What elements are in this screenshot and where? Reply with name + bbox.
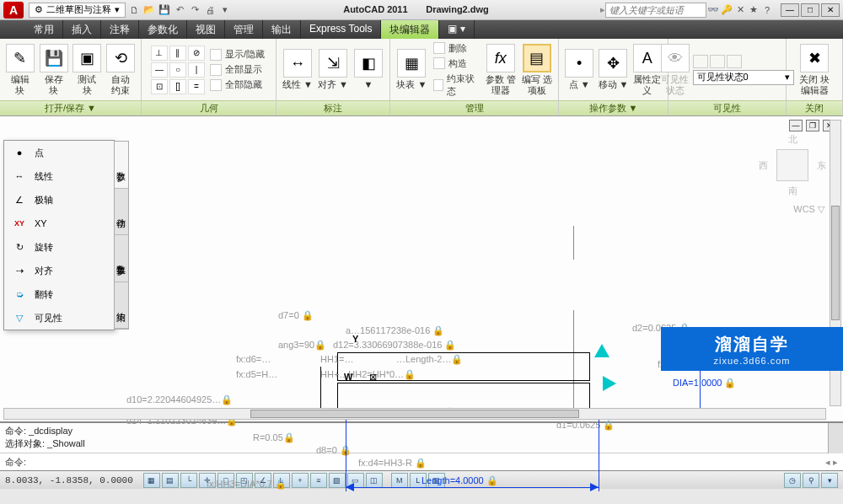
redo-icon[interactable]: ↷ bbox=[188, 3, 201, 17]
constraint-status-button[interactable]: 约束状态 bbox=[432, 72, 481, 99]
tab-expand-icon[interactable]: ▣ ▾ bbox=[439, 20, 474, 39]
model-toggle[interactable]: M bbox=[391, 473, 408, 488]
visibility-state-button[interactable]: 👁可见性 状态 bbox=[661, 44, 690, 94]
tray-icon[interactable]: ◷ bbox=[784, 473, 801, 488]
dyn-toggle[interactable]: + bbox=[292, 473, 309, 488]
help-icon[interactable]: ? bbox=[760, 3, 774, 17]
save-icon[interactable]: 💾 bbox=[158, 3, 171, 17]
viewcube-south[interactable]: 南 bbox=[759, 185, 826, 197]
tab-parametric[interactable]: 参数化 bbox=[139, 20, 187, 39]
tab-home[interactable]: 常用 bbox=[25, 20, 63, 39]
constraint-icon[interactable]: ○ bbox=[169, 62, 186, 78]
param-manager-button[interactable]: fx参数 管理器 bbox=[484, 44, 517, 94]
constraint-icon[interactable]: ⊘ bbox=[188, 46, 205, 61]
panel-title[interactable]: 操作参数 ▼ bbox=[559, 100, 668, 115]
tray-icon[interactable]: ▾ bbox=[821, 473, 838, 488]
constraint-icon[interactable]: ∥ bbox=[169, 46, 186, 61]
palette-item-polar[interactable]: ∠极轴 bbox=[4, 188, 114, 212]
command-scroll[interactable] bbox=[828, 423, 843, 453]
key-icon[interactable]: 🔑 bbox=[720, 3, 733, 17]
view-cube[interactable]: 北 西 东 南 WCS ▽ bbox=[759, 133, 826, 215]
point-button[interactable]: •点 ▼ bbox=[564, 49, 594, 89]
command-input[interactable] bbox=[30, 456, 825, 468]
tab-view[interactable]: 视图 bbox=[187, 20, 225, 39]
lwt-toggle[interactable]: ≡ bbox=[310, 473, 327, 488]
search-input[interactable] bbox=[605, 3, 706, 18]
tab-annotate[interactable]: 注释 bbox=[101, 20, 139, 39]
new-icon[interactable]: 🗋 bbox=[127, 3, 141, 17]
edit-block-button[interactable]: ✎编辑 块 bbox=[5, 44, 35, 94]
side-tab-paramsets[interactable]: 参数集 bbox=[115, 235, 128, 282]
palette-item-align[interactable]: ⇢对齐 bbox=[4, 259, 114, 282]
align-dim-button[interactable]: ⇲对齐 ▼ bbox=[317, 49, 349, 89]
sc-toggle[interactable]: ◫ bbox=[366, 473, 383, 488]
panel-title[interactable]: 打开/保存 ▼ bbox=[0, 100, 141, 115]
attribute-def-button[interactable]: A属性定义 bbox=[632, 44, 663, 94]
transparency-toggle[interactable]: ▨ bbox=[329, 473, 346, 488]
constraint-icon[interactable]: ⊥ bbox=[151, 46, 168, 61]
palette-item-xy[interactable]: XYXY bbox=[4, 212, 114, 235]
block-table-button[interactable]: ▦块表 ▼ bbox=[395, 49, 428, 89]
doc-minimize-button[interactable]: — bbox=[789, 120, 803, 131]
hide-all-button[interactable]: 全部隐藏 bbox=[208, 78, 266, 92]
move-button[interactable]: ✥移动 ▼ bbox=[598, 49, 628, 89]
doc-restore-button[interactable]: ❐ bbox=[806, 120, 819, 131]
side-tab-parameters[interactable]: 参数 bbox=[115, 142, 128, 189]
vis-mode-icon[interactable] bbox=[710, 55, 725, 68]
palette-item-flip[interactable]: ➭翻转 bbox=[4, 282, 114, 306]
horizontal-scrollbar[interactable] bbox=[3, 408, 826, 420]
viewcube-east[interactable]: 东 bbox=[817, 159, 826, 172]
visibility-dropdown[interactable]: 可见性状态0▾ bbox=[693, 70, 794, 85]
viewcube-north[interactable]: 北 bbox=[759, 133, 826, 146]
constraint-icon[interactable]: [] bbox=[169, 79, 186, 94]
auto-constrain-button[interactable]: ⟲自动 约束 bbox=[105, 44, 136, 94]
workspace-dropdown[interactable]: ⚙ 二维草图与注释 ▾ bbox=[29, 3, 126, 18]
constraint-icon[interactable]: — bbox=[151, 62, 168, 78]
tray-icon[interactable]: ⚲ bbox=[803, 473, 819, 488]
command-arrow-icon[interactable]: ◂ ▸ bbox=[825, 457, 838, 468]
linear-dim-button[interactable]: ↔线性 ▼ bbox=[282, 49, 314, 89]
side-tab-actions[interactable]: 动作 bbox=[115, 189, 128, 236]
close-block-editor-button[interactable]: ✖关闭 块编辑器 bbox=[796, 44, 833, 94]
tab-block-editor[interactable]: 块编辑器 bbox=[381, 20, 439, 39]
tab-output[interactable]: 输出 bbox=[263, 20, 301, 39]
convert-button[interactable]: ◧▼ bbox=[352, 49, 384, 89]
vis-mode-icon[interactable] bbox=[693, 55, 708, 68]
palette-item-point[interactable]: ●点 bbox=[4, 141, 114, 164]
tab-insert[interactable]: 插入 bbox=[63, 20, 101, 39]
tab-express[interactable]: Express Tools bbox=[301, 20, 381, 39]
snap-toggle[interactable]: ▦ bbox=[143, 473, 160, 488]
constraint-icon[interactable]: = bbox=[188, 79, 205, 94]
grid-toggle[interactable]: ▤ bbox=[162, 473, 179, 488]
maximize-button[interactable]: □ bbox=[801, 3, 819, 17]
delete-button[interactable]: 删除 bbox=[432, 41, 481, 56]
chevron-down-icon[interactable]: ▾ bbox=[218, 3, 232, 17]
print-icon[interactable]: 🖨 bbox=[203, 3, 217, 17]
favorite-icon[interactable]: ★ bbox=[747, 3, 760, 17]
constraint-icon[interactable]: ⊡ bbox=[151, 79, 168, 94]
show-all-button[interactable]: 全部显示 bbox=[208, 62, 266, 77]
coordinates-display[interactable]: 8.0033, -1.8358, 0.0000 bbox=[5, 475, 133, 485]
viewcube-west[interactable]: 西 bbox=[759, 159, 768, 172]
authoring-palette-button[interactable]: ▤编写 选项板 bbox=[520, 44, 553, 94]
close-button[interactable]: ✕ bbox=[821, 3, 840, 17]
scrollbar-thumb[interactable] bbox=[250, 410, 579, 418]
save-block-button[interactable]: 💾保存 块 bbox=[39, 44, 69, 94]
minimize-button[interactable]: — bbox=[781, 3, 799, 17]
app-logo-icon[interactable]: A bbox=[3, 2, 24, 19]
grip-icon[interactable] bbox=[594, 344, 609, 357]
block-authoring-palette[interactable]: ●点 ↔线性 ∠极轴 XYXY ↻旋转 ⇢对齐 ➭翻转 ▽可见性 参数 动作 参… bbox=[3, 140, 115, 330]
construction-button[interactable]: 构造 bbox=[432, 56, 481, 71]
ortho-toggle[interactable]: └ bbox=[180, 473, 197, 488]
wcs-label[interactable]: WCS ▽ bbox=[759, 204, 826, 215]
infocenter-search-icon[interactable]: 👓 bbox=[706, 3, 720, 17]
open-icon[interactable]: 📂 bbox=[142, 3, 156, 17]
side-tab-constraints[interactable]: 约束 bbox=[115, 282, 128, 330]
palette-item-rotate[interactable]: ↻旋转 bbox=[4, 235, 114, 259]
vis-mode-icon[interactable] bbox=[727, 55, 742, 68]
constraint-icon[interactable]: | bbox=[188, 62, 205, 78]
scrollbar-thumb[interactable] bbox=[831, 206, 840, 319]
show-hide-button[interactable]: 显示/隐藏 bbox=[208, 47, 266, 62]
viewcube-face[interactable] bbox=[776, 149, 808, 181]
test-block-button[interactable]: ▣测试 块 bbox=[72, 44, 103, 94]
